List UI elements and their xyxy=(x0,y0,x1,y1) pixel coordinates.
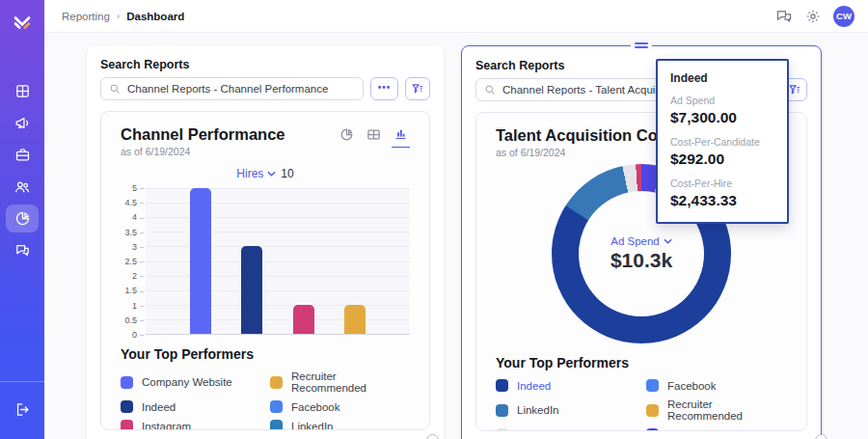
card-header: Channel Performance as of 6/19/2024 xyxy=(121,125,410,157)
bar-company-website[interactable] xyxy=(190,188,211,334)
y-tick-label: 4.5 xyxy=(124,198,144,207)
card-title: Channel Performance xyxy=(121,125,285,144)
metric-dropdown[interactable]: Hires xyxy=(236,167,276,180)
pie-chart-icon xyxy=(14,210,31,227)
drag-handle[interactable] xyxy=(631,41,652,49)
sidebar-item-messages[interactable] xyxy=(6,236,39,264)
legend-swatch xyxy=(496,379,508,392)
people-icon xyxy=(14,178,31,196)
y-tick-label: 2 xyxy=(132,271,144,281)
breadcrumb: Reporting › Dashboard xyxy=(62,11,184,22)
legend-item-company-website[interactable]: Company Website xyxy=(121,370,260,394)
y-tick-label: 0 xyxy=(132,330,144,340)
card-subtitle: as of 6/19/2024 xyxy=(496,147,681,158)
legend-item-recruiter-recommended[interactable]: Recruiter Recommended xyxy=(646,398,787,422)
report-panel-talent-acquisition-costs: Search Reports ••• Talent Acquisition Co… xyxy=(461,45,822,439)
legend-item-facebook[interactable]: Facebook xyxy=(646,379,787,392)
channel-performance-card: Channel Performance as of 6/19/2024 xyxy=(100,111,430,430)
sidebar-item-reporting[interactable] xyxy=(6,205,39,233)
breadcrumb-dashboard: Dashboard xyxy=(126,11,184,22)
bar-view-button[interactable] xyxy=(392,125,410,148)
legend-swatch xyxy=(121,420,133,430)
search-icon xyxy=(109,83,121,95)
legend-item-linkedin[interactable]: LinkedIn xyxy=(270,420,410,430)
bar-indeed[interactable] xyxy=(241,246,262,334)
avatar[interactable]: CW xyxy=(833,6,854,27)
topbar-actions: CW xyxy=(775,6,854,27)
bar-recruiter-recommended[interactable] xyxy=(344,305,366,334)
legend-item-instagram[interactable]: Instagram xyxy=(121,420,260,430)
table-view-button[interactable] xyxy=(365,126,383,148)
donut-metric-dropdown[interactable]: Ad Spend xyxy=(610,235,672,247)
legend-label: Indeed xyxy=(142,401,176,413)
legend-swatch xyxy=(270,376,283,389)
bar-instagram[interactable] xyxy=(293,305,314,334)
search-input[interactable] xyxy=(100,77,364,100)
briefcase-icon xyxy=(14,147,31,163)
logo-icon xyxy=(11,10,34,33)
settings-button[interactable] xyxy=(805,9,821,24)
legend-item-linkedin[interactable]: LinkedIn xyxy=(496,398,637,422)
y-tick-label: 3.5 xyxy=(124,228,144,237)
legend-item-indeed[interactable]: Indeed xyxy=(496,379,637,392)
y-tick-label: 4 xyxy=(132,212,144,222)
legend-swatch xyxy=(270,420,283,430)
metric-value: 10 xyxy=(281,167,293,180)
legend-item-recruiter-recommended[interactable]: Recruiter Recommended xyxy=(270,370,410,394)
sidebar-item-dashboard[interactable] xyxy=(6,77,39,105)
legend-title: Your Top Performers xyxy=(121,346,410,362)
legend-item-facebook[interactable]: Facebook xyxy=(270,400,410,413)
tooltip-value: $2,433.33 xyxy=(670,192,774,209)
legend-title: Your Top Performers xyxy=(496,355,787,370)
sidebar-item-marketing[interactable] xyxy=(6,109,39,137)
plot-area xyxy=(146,188,410,335)
legend-item-job-fair[interactable]: Job Fair xyxy=(496,428,637,431)
chat-bubbles-icon xyxy=(775,9,793,24)
legend-swatch xyxy=(121,376,133,389)
megaphone-icon xyxy=(14,115,31,131)
y-tick-label: 1 xyxy=(132,301,144,311)
legend-swatch xyxy=(646,428,659,431)
logout-button[interactable] xyxy=(6,396,39,424)
tooltip-label: Cost-Per-Hire xyxy=(670,178,774,189)
card-subtitle: as of 6/19/2024 xyxy=(121,146,285,157)
tooltip-value: $292.00 xyxy=(670,151,774,168)
search-icon xyxy=(484,84,496,96)
breadcrumb-reporting[interactable]: Reporting xyxy=(62,11,110,22)
legend-item-indeed[interactable]: Indeed xyxy=(121,400,260,413)
filter-button[interactable] xyxy=(405,77,430,100)
main-area: Reporting › Dashboard CW Search Reports xyxy=(44,0,868,439)
legend-swatch xyxy=(496,428,508,431)
tooltip-title: Indeed xyxy=(670,71,774,85)
metric-dropdown-label: Hires xyxy=(236,167,263,180)
legend: Company Website Recruiter Recommended In… xyxy=(121,370,410,430)
legend-label: Company Website xyxy=(667,429,758,432)
metric-selector-row: Hires 10 xyxy=(121,167,410,180)
messages-button[interactable] xyxy=(775,9,793,24)
y-tick-label: 1.5 xyxy=(124,286,144,295)
table-view-icon xyxy=(366,127,381,142)
y-axis: 54.543.532.521.510.50 xyxy=(121,188,146,335)
search-reports-label: Search Reports xyxy=(100,58,430,71)
legend-label: LinkedIn xyxy=(517,404,558,416)
more-options-button[interactable]: ••• xyxy=(370,77,398,100)
breadcrumb-separator: › xyxy=(117,11,120,21)
legend-item-company-website[interactable]: Company Website xyxy=(646,428,787,431)
legend-swatch xyxy=(121,400,133,413)
sidebar-item-jobs[interactable] xyxy=(6,141,39,169)
bar-chart: 54.543.532.521.510.50 xyxy=(121,188,410,335)
chevron-down-icon xyxy=(267,171,276,177)
report-panel-channel-performance: Search Reports ••• Channel Performance xyxy=(87,45,444,439)
app-root: Reporting › Dashboard CW Search Reports xyxy=(0,0,868,439)
logout-icon xyxy=(14,401,31,418)
help-button[interactable] xyxy=(815,434,827,439)
app-logo[interactable] xyxy=(9,8,36,35)
sidebar-item-candidates[interactable] xyxy=(6,173,39,201)
y-tick-label: 2.5 xyxy=(124,257,144,266)
legend-label: Facebook xyxy=(667,380,717,392)
pie-view-button[interactable] xyxy=(338,126,356,148)
gear-icon xyxy=(805,9,821,24)
legend-label: Instagram xyxy=(142,421,191,431)
sidebar-divider xyxy=(0,381,44,382)
chevron-down-icon xyxy=(664,238,672,244)
